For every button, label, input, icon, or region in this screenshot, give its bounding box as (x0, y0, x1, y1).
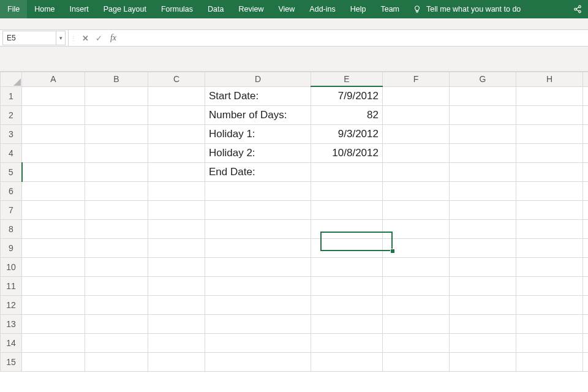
cell-edge-7[interactable] (583, 201, 589, 220)
cell-D14[interactable] (205, 334, 311, 353)
cell-C6[interactable] (148, 182, 205, 201)
cell-edge-14[interactable] (583, 334, 589, 353)
row-header-7[interactable]: 7 (1, 201, 22, 220)
cell-E8[interactable] (311, 220, 383, 239)
spreadsheet-grid[interactable]: ABCDEFGH 1Start Date:7/9/20122Number of … (0, 72, 588, 372)
tab-review[interactable]: Review (231, 0, 271, 18)
cell-H7[interactable] (516, 201, 583, 220)
cell-B15[interactable] (85, 353, 148, 372)
cell-edge-12[interactable] (583, 296, 589, 315)
row-header-6[interactable]: 6 (1, 182, 22, 201)
row-header-14[interactable]: 14 (1, 334, 22, 353)
cell-E13[interactable] (311, 315, 383, 334)
cell-A7[interactable] (22, 201, 85, 220)
cell-F6[interactable] (383, 182, 450, 201)
cell-A2[interactable] (22, 106, 85, 125)
cell-D4[interactable]: Holiday 2: (205, 144, 311, 163)
cancel-icon[interactable]: ✕ (78, 30, 92, 46)
select-all-corner[interactable] (1, 72, 22, 87)
cell-F15[interactable] (383, 353, 450, 372)
cell-G3[interactable] (450, 125, 516, 144)
cell-F1[interactable] (383, 86, 450, 106)
cell-B13[interactable] (85, 315, 148, 334)
row-header-2[interactable]: 2 (1, 106, 22, 125)
cell-A12[interactable] (22, 296, 85, 315)
cell-C9[interactable] (148, 239, 205, 258)
cell-edge-1[interactable] (583, 86, 589, 106)
cell-D9[interactable] (205, 239, 311, 258)
cell-C11[interactable] (148, 277, 205, 296)
tab-data[interactable]: Data (200, 0, 231, 18)
cell-B14[interactable] (85, 334, 148, 353)
cell-C5[interactable] (148, 163, 205, 182)
cell-F7[interactable] (383, 201, 450, 220)
cell-F3[interactable] (383, 125, 450, 144)
cell-F2[interactable] (383, 106, 450, 125)
cell-H9[interactable] (516, 239, 583, 258)
cell-G7[interactable] (450, 201, 516, 220)
cell-A11[interactable] (22, 277, 85, 296)
row-header-9[interactable]: 9 (1, 239, 22, 258)
tab-page-layout[interactable]: Page Layout (96, 0, 154, 18)
row-header-10[interactable]: 10 (1, 258, 22, 277)
cell-A8[interactable] (22, 220, 85, 239)
cell-D5[interactable]: End Date: (205, 163, 311, 182)
cell-D1[interactable]: Start Date: (205, 86, 311, 106)
cell-edge-6[interactable] (583, 182, 589, 201)
cell-G11[interactable] (450, 277, 516, 296)
cell-edge-8[interactable] (583, 220, 589, 239)
col-header-E[interactable]: E (311, 72, 383, 87)
cell-F5[interactable] (383, 163, 450, 182)
cell-D10[interactable] (205, 258, 311, 277)
cell-C10[interactable] (148, 258, 205, 277)
enter-icon[interactable]: ✓ (92, 30, 105, 46)
cell-A1[interactable] (22, 86, 85, 106)
col-header-D[interactable]: D (205, 72, 311, 87)
cell-edge-3[interactable] (583, 125, 589, 144)
cell-B7[interactable] (85, 201, 148, 220)
cell-B5[interactable] (85, 163, 148, 182)
row-header-11[interactable]: 11 (1, 277, 22, 296)
cell-A3[interactable] (22, 125, 85, 144)
cell-edge-4[interactable] (583, 144, 589, 163)
cell-B2[interactable] (85, 106, 148, 125)
cell-G12[interactable] (450, 296, 516, 315)
cell-A4[interactable] (22, 144, 85, 163)
cell-G6[interactable] (450, 182, 516, 201)
row-header-4[interactable]: 4 (1, 144, 22, 163)
cell-E3[interactable]: 9/3/2012 (311, 125, 383, 144)
cell-edge-11[interactable] (583, 277, 589, 296)
cell-F10[interactable] (383, 258, 450, 277)
cell-edge-2[interactable] (583, 106, 589, 125)
cell-H14[interactable] (516, 334, 583, 353)
fx-icon[interactable]: fx (105, 30, 121, 46)
tab-file[interactable]: File (0, 0, 27, 18)
cell-B11[interactable] (85, 277, 148, 296)
cell-H15[interactable] (516, 353, 583, 372)
cell-A14[interactable] (22, 334, 85, 353)
col-header-G[interactable]: G (450, 72, 516, 87)
row-header-15[interactable]: 15 (1, 353, 22, 372)
cell-H6[interactable] (516, 182, 583, 201)
cell-E7[interactable] (311, 201, 383, 220)
col-header-C[interactable]: C (148, 72, 205, 87)
cell-E4[interactable]: 10/8/2012 (311, 144, 383, 163)
cell-F4[interactable] (383, 144, 450, 163)
cell-C3[interactable] (148, 125, 205, 144)
cell-A15[interactable] (22, 353, 85, 372)
cell-D7[interactable] (205, 201, 311, 220)
tellme-search[interactable]: Tell me what you want to do (407, 0, 527, 18)
tab-view[interactable]: View (271, 0, 302, 18)
tab-add-ins[interactable]: Add-ins (302, 0, 342, 18)
cell-B9[interactable] (85, 239, 148, 258)
cell-B1[interactable] (85, 86, 148, 106)
name-box[interactable]: E5 (2, 31, 56, 45)
cell-H3[interactable] (516, 125, 583, 144)
cell-edge-15[interactable] (583, 353, 589, 372)
cell-C14[interactable] (148, 334, 205, 353)
cell-B3[interactable] (85, 125, 148, 144)
col-header-A[interactable]: A (22, 72, 85, 87)
cell-C4[interactable] (148, 144, 205, 163)
cell-G2[interactable] (450, 106, 516, 125)
row-header-8[interactable]: 8 (1, 220, 22, 239)
